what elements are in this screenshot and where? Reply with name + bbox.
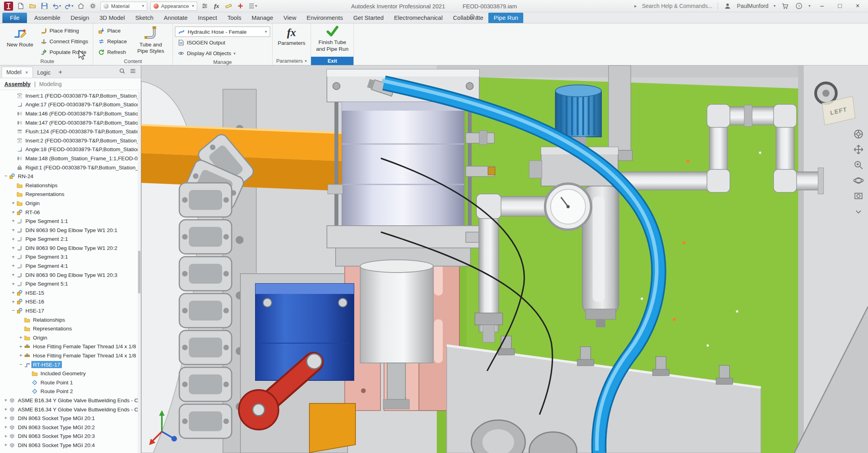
tree-expander[interactable]: + bbox=[17, 344, 24, 349]
add-tab-button[interactable]: + bbox=[55, 68, 66, 78]
place-fitting-button[interactable]: Place Fitting bbox=[38, 25, 91, 36]
tree-item[interactable]: +DIN 8063 Socket Type MGI 20:3 bbox=[0, 432, 141, 441]
tree-item[interactable]: +Hose Fitting Female Taper Thread 1/4 x … bbox=[0, 342, 141, 351]
tree-item[interactable]: +Hose Fitting Female Taper Thread 1/4 x … bbox=[0, 351, 141, 360]
connect-fittings-button[interactable]: Connect Fittings bbox=[38, 36, 91, 47]
inventor-logo[interactable] bbox=[4, 1, 13, 11]
collapse-arrow-icon[interactable]: ▸ bbox=[634, 4, 637, 8]
tree-item[interactable]: Angle:17 (FEOD-00303879-T&P,Bottom_Stati… bbox=[0, 100, 141, 109]
mode-assembly[interactable]: Assembly bbox=[4, 81, 31, 87]
tree-item[interactable]: +Pipe Segment 2:1 bbox=[0, 235, 141, 244]
tab-manage[interactable]: Manage bbox=[246, 13, 278, 23]
tree-expander[interactable]: − bbox=[17, 362, 24, 367]
zoom-icon[interactable] bbox=[853, 159, 864, 171]
new-file-button[interactable] bbox=[16, 1, 25, 11]
tree-item[interactable]: Route Point 1 bbox=[0, 378, 141, 387]
tab-inspect[interactable]: Inspect bbox=[193, 13, 222, 23]
tree-item[interactable]: −HSE-17 bbox=[0, 306, 141, 315]
tree-item[interactable]: +Origin bbox=[0, 333, 141, 342]
pipe-style-combo[interactable]: Hydraulic Hose - Female ▾ bbox=[175, 27, 270, 37]
search-icon[interactable] bbox=[119, 68, 125, 76]
tree-item[interactable]: +Pipe Segment 1:1 bbox=[0, 217, 141, 226]
tree-expander[interactable]: + bbox=[10, 273, 17, 278]
tree-item[interactable]: Mate:147 (FEOD-00303879-T&P,Bottom_Stati… bbox=[0, 118, 141, 127]
tab-environments[interactable]: Environments bbox=[301, 13, 348, 23]
save-button[interactable] bbox=[40, 1, 49, 11]
replace-button[interactable]: Replace bbox=[95, 36, 130, 47]
chevron-down-icon[interactable]: ▾ bbox=[808, 4, 810, 8]
tree-item[interactable]: Mate:148 (Bottom_Station_Frame_1:1,FEOD-… bbox=[0, 154, 141, 163]
ribbon-options-button[interactable]: ▾ bbox=[469, 14, 478, 19]
window-maximize-button[interactable]: □ bbox=[833, 1, 846, 11]
tree-item[interactable]: +DIN 8063 Socket Type MGI 20:2 bbox=[0, 423, 141, 432]
tab-annotate[interactable]: Annotate bbox=[159, 13, 193, 23]
tree-expander[interactable]: + bbox=[10, 210, 17, 215]
appearance-combo[interactable]: Appearance ▾ bbox=[150, 2, 197, 11]
tree-item[interactable]: Flush:124 (FEOD-00303879-T&P,Bottom_Stat… bbox=[0, 127, 141, 136]
tree-item[interactable]: +RT-06 bbox=[0, 208, 141, 217]
tree-expander[interactable]: + bbox=[10, 282, 17, 287]
redo-button[interactable]: ▾ bbox=[64, 1, 73, 11]
tab-view[interactable]: View bbox=[278, 13, 301, 23]
tree-item[interactable]: Angle:18 (FEOD-00303879-T&P,Bottom_Stati… bbox=[0, 145, 141, 154]
tree-expander[interactable]: + bbox=[10, 263, 17, 269]
tab-file[interactable]: File bbox=[2, 13, 27, 23]
tree-expander[interactable]: + bbox=[10, 201, 17, 206]
tab-pipe-run[interactable]: Pipe Run bbox=[488, 13, 523, 23]
browser-scrollbar[interactable] bbox=[138, 91, 141, 453]
tree-item[interactable]: Included Geometry bbox=[0, 369, 141, 378]
close-icon[interactable]: × bbox=[25, 69, 28, 75]
tab-electromechanical[interactable]: Electromechanical bbox=[389, 13, 448, 23]
tab-design[interactable]: Design bbox=[65, 13, 94, 23]
tree-item[interactable]: +Pipe Segment 4:1 bbox=[0, 261, 141, 271]
home-button[interactable] bbox=[77, 1, 85, 11]
tab-get-started[interactable]: Get Started bbox=[348, 13, 389, 23]
tree-expander[interactable]: + bbox=[10, 237, 17, 242]
tree-expander[interactable]: − bbox=[2, 174, 9, 179]
tab-3d-model[interactable]: 3D Model bbox=[94, 13, 130, 23]
tree-expander[interactable]: + bbox=[2, 407, 9, 412]
tree-expander[interactable]: + bbox=[10, 255, 17, 260]
tree-item[interactable]: +Origin bbox=[0, 199, 141, 208]
tube-pipe-styles-button[interactable]: Tube and Pipe Styles bbox=[131, 24, 171, 55]
tab-collaborate[interactable]: Collaborate bbox=[448, 13, 489, 23]
tree-expander[interactable]: + bbox=[10, 290, 17, 296]
tree-item[interactable]: +DIN 8063 Socket Type MGI 20:4 bbox=[0, 441, 141, 450]
new-route-button[interactable]: New Route bbox=[4, 24, 36, 48]
tree-item[interactable]: +DIN 8063 Socket Type MGI 20:1 bbox=[0, 414, 141, 423]
viewport-3d[interactable]: LEFT bbox=[141, 65, 868, 453]
tree-item[interactable]: Representations bbox=[0, 190, 141, 199]
tree-expander[interactable]: + bbox=[2, 425, 9, 430]
chevron-down-icon[interactable] bbox=[853, 205, 864, 217]
navigation-wheel-icon[interactable] bbox=[853, 128, 864, 140]
tree-expander[interactable]: + bbox=[10, 228, 17, 233]
list-options-button[interactable]: ▾ bbox=[248, 1, 257, 11]
tree-expander[interactable]: + bbox=[2, 416, 9, 421]
place-button[interactable]: Place bbox=[95, 25, 130, 36]
tree-item[interactable]: Relationships bbox=[0, 315, 141, 324]
finish-tube-pipe-run-button[interactable]: Finish Tube and Pipe Run bbox=[313, 24, 352, 53]
tree-item[interactable]: −RN-24 bbox=[0, 172, 141, 181]
tab-tools[interactable]: Tools bbox=[222, 13, 246, 23]
tree-item[interactable]: +DIN 8063 90 Deg Elbow Type W1 20:1 bbox=[0, 226, 141, 235]
scene-svg[interactable] bbox=[141, 65, 868, 453]
tree-expander[interactable]: + bbox=[2, 434, 9, 439]
material-combo[interactable]: Material ▾ bbox=[100, 2, 147, 11]
user-name[interactable]: PaulMunford bbox=[737, 3, 768, 9]
tree-expander[interactable]: + bbox=[10, 299, 17, 305]
tree-item[interactable]: Mate:146 (FEOD-00303879-T&P,Bottom_Stati… bbox=[0, 109, 141, 118]
undo-button[interactable]: ▾ bbox=[52, 1, 61, 11]
open-button[interactable] bbox=[28, 1, 37, 11]
window-minimize-button[interactable]: – bbox=[816, 1, 828, 11]
tree-expander[interactable]: + bbox=[2, 398, 9, 403]
fx-parameters-button[interactable]: fx bbox=[212, 1, 221, 11]
hamburger-menu-icon[interactable] bbox=[130, 68, 136, 76]
tree-item[interactable]: +DIN 8063 90 Deg Elbow Type W1 20:3 bbox=[0, 271, 141, 280]
parameters-button[interactable]: fx Parameters bbox=[275, 24, 309, 46]
mode-modeling[interactable]: Modeling bbox=[39, 81, 62, 87]
tree-item[interactable]: Relationships bbox=[0, 181, 141, 190]
measure-button[interactable] bbox=[224, 1, 233, 11]
tree-item[interactable]: −RT-HSE-17 bbox=[0, 360, 141, 369]
tree-item[interactable]: +HSE-15 bbox=[0, 288, 141, 298]
tree-item[interactable]: Representations bbox=[0, 324, 141, 333]
